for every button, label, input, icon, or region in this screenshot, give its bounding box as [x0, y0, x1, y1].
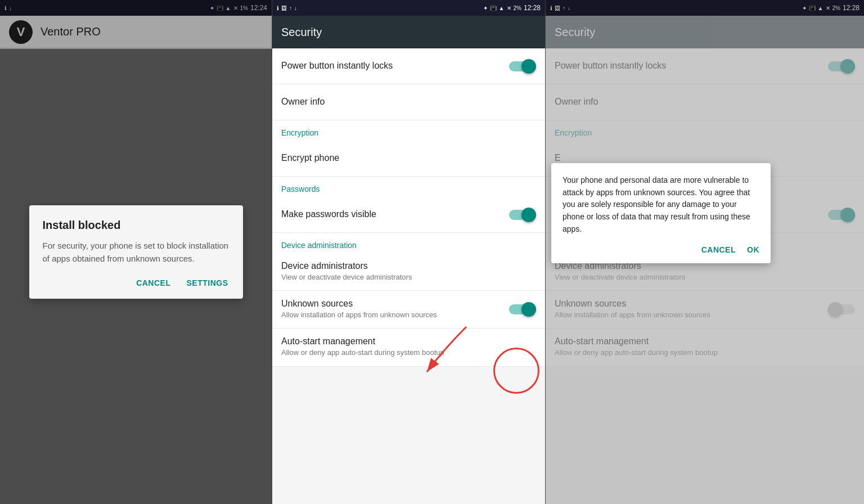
signal-blocked-icon: ✕	[507, 5, 511, 11]
settings-button[interactable]: Settings	[185, 276, 229, 290]
settings-item-device-admins[interactable]: Device administrators View or deactivate…	[272, 253, 545, 291]
dialog-title: Install blocked	[43, 219, 230, 232]
bluetooth-icon: ✦	[483, 5, 488, 11]
info-icon: ℹ	[277, 5, 279, 11]
right-panel: ℹ 🖼 ↑ ↓ ✦ 📳 ▲ ✕ 2% 12:28 Security Power …	[546, 0, 864, 504]
item-subtitle: View or deactivate device administrators	[281, 272, 536, 282]
warning-cancel-button[interactable]: Cancel	[701, 245, 736, 254]
power-lock-toggle[interactable]	[509, 59, 536, 74]
status-time: 12:28	[524, 4, 541, 12]
dialog-body: For security, your phone is set to block…	[43, 240, 230, 265]
status-bar-middle: ℹ 🖼 ↑ ↓ ✦ 📳 ▲ ✕ 2% 12:28	[272, 0, 545, 16]
item-subtitle: Allow or deny app auto-start during syst…	[281, 348, 536, 358]
section-device-admin: Device administration	[272, 233, 545, 253]
middle-panel: ℹ 🖼 ↑ ↓ ✦ 📳 ▲ ✕ 2% 12:28 Security Power …	[272, 0, 546, 504]
item-title: Device administrators	[281, 261, 536, 271]
warning-ok-button[interactable]: OK	[747, 245, 759, 254]
settings-item-autostart[interactable]: Auto-start management Allow or deny app …	[272, 328, 545, 366]
security-header: Security	[272, 16, 545, 48]
wifi-icon: ▲	[499, 5, 505, 11]
item-title: Encrypt phone	[281, 153, 536, 163]
status-bar-right-icons: ✦ 📳 ▲ ✕ 2% 12:28	[483, 4, 541, 12]
warning-dialog-overlay: Your phone and personal data are more vu…	[546, 0, 864, 504]
cancel-button[interactable]: Cancel	[135, 276, 172, 290]
security-title: Security	[281, 26, 322, 39]
settings-list: Power button instantly locks Owner info …	[272, 48, 545, 367]
warning-dialog-actions: Cancel OK	[562, 245, 759, 254]
item-subtitle: Allow installation of apps from unknown …	[281, 310, 509, 320]
item-title: Unknown sources	[281, 299, 509, 309]
battery-percent: 2%	[514, 5, 521, 11]
unknown-sources-toggle[interactable]	[509, 302, 536, 317]
item-title: Power button instantly locks	[281, 61, 509, 71]
item-title: Auto-start management	[281, 336, 536, 346]
vibrate-icon: 📳	[490, 5, 497, 11]
section-passwords: Passwords	[272, 177, 545, 197]
settings-item-owner-info[interactable]: Owner info	[272, 84, 545, 120]
item-title: Owner info	[281, 97, 536, 107]
section-encryption: Encryption	[272, 120, 545, 141]
dialog-overlay: Install blocked For security, your phone…	[0, 0, 272, 504]
status-bar-left-icons: ℹ 🖼 ↑ ↓	[277, 5, 297, 11]
item-title: Make passwords visible	[281, 209, 509, 219]
image-icon: 🖼	[281, 5, 287, 11]
settings-item-encrypt[interactable]: Encrypt phone	[272, 141, 545, 177]
left-panel: ℹ ↓ ✦ 📳 ▲ ✕ 1% 12:24 V Ventor PRO Instal…	[0, 0, 272, 504]
dialog-actions: Cancel Settings	[43, 276, 230, 290]
warning-dialog-body: Your phone and personal data are more vu…	[562, 174, 759, 235]
install-blocked-dialog: Install blocked For security, your phone…	[29, 205, 243, 299]
settings-item-unknown-sources[interactable]: Unknown sources Allow installation of ap…	[272, 291, 545, 328]
download-icon: ↓	[294, 5, 297, 11]
passwords-visible-toggle[interactable]	[509, 208, 536, 222]
settings-item-passwords-visible[interactable]: Make passwords visible	[272, 197, 545, 233]
settings-item-power-lock[interactable]: Power button instantly locks	[272, 48, 545, 84]
warning-dialog: Your phone and personal data are more vu…	[551, 163, 771, 263]
upload-icon: ↑	[289, 5, 292, 11]
